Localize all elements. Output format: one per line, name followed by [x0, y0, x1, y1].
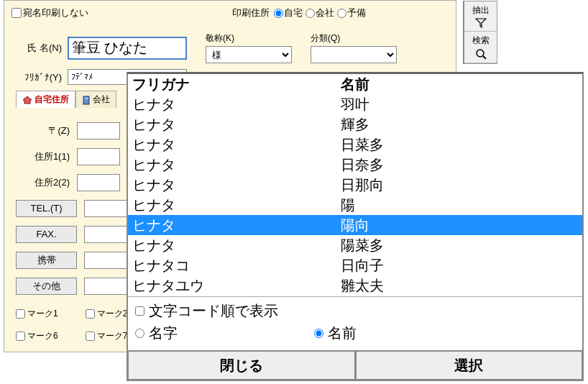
list-row[interactable]: ヒナタ輝多: [128, 114, 582, 134]
header-name: 名前: [341, 74, 578, 94]
radio-spare[interactable]: 予備: [337, 6, 366, 19]
mark1-checkbox[interactable]: マーク1: [16, 308, 58, 320]
side-toolbar: 抽出 検索: [463, 1, 497, 64]
furigana-label: ﾌﾘｶﾞﾅ(Y): [12, 72, 68, 83]
addr1-label: 住所1(1): [16, 150, 77, 163]
mark2-checkbox[interactable]: マーク2: [86, 308, 128, 320]
row-name: 陽: [341, 195, 578, 215]
row-name: 雛太夫: [341, 275, 578, 296]
list-row[interactable]: ヒナタ日奈多: [128, 155, 582, 175]
row-furigana: ヒナタコ: [132, 255, 341, 275]
list-row[interactable]: ヒナタ羽叶: [128, 94, 582, 114]
popup-options: 文字コード順で表示 名字 名前: [128, 296, 582, 350]
mark6-checkbox[interactable]: マーク6: [16, 330, 58, 342]
no-print-checkbox[interactable]: 宛名印刷しない: [12, 6, 88, 19]
row-furigana: ヒナタ: [132, 175, 341, 195]
name-selection-popup: フリガナ 名前 ヒナタ羽叶ヒナタ輝多ヒナタ日菜多ヒナタ日奈多ヒナタ日那向ヒナタ陽…: [127, 72, 584, 381]
close-button[interactable]: 閉じる: [128, 351, 356, 380]
row-furigana: ヒナタ: [132, 215, 341, 235]
radio-surname[interactable]: 名字: [135, 324, 178, 343]
list-header: フリガナ 名前: [128, 74, 582, 94]
fax-button[interactable]: FAX.: [16, 226, 77, 243]
tel-button[interactable]: TEL.(T): [16, 200, 77, 217]
addr2-input[interactable]: [77, 174, 120, 191]
house-icon: [22, 96, 32, 104]
list-row[interactable]: ヒナタ陽菜多: [128, 235, 582, 255]
row-furigana: ヒナタ: [132, 114, 341, 134]
row-name: 羽叶: [341, 94, 578, 114]
sort-by-code-checkbox[interactable]: 文字コード順で表示: [135, 301, 575, 321]
row-name: 日奈多: [341, 155, 578, 175]
list-row[interactable]: ヒナタ陽向: [128, 215, 582, 235]
postal-label: 〒(Z): [16, 124, 77, 137]
other-input[interactable]: [84, 278, 127, 295]
row-furigana: ヒナタ: [132, 134, 341, 155]
tel-input[interactable]: [84, 200, 127, 217]
print-address-label: 印刷住所: [232, 6, 270, 19]
radio-givenname[interactable]: 名前: [314, 324, 357, 343]
radio-home[interactable]: 自宅: [274, 6, 303, 19]
name-label: 氏 名(N): [12, 42, 68, 55]
tab-office-address[interactable]: 会社: [75, 91, 116, 108]
row-name: 日向子: [341, 255, 578, 275]
svg-line-1: [483, 56, 486, 59]
svg-rect-2: [83, 96, 89, 104]
addr2-label: 住所2(2): [16, 176, 77, 189]
bunrui-combo[interactable]: [311, 46, 397, 63]
row-name: 輝多: [341, 114, 578, 134]
building-icon: [82, 95, 91, 105]
list-row[interactable]: ヒナタ陽: [128, 195, 582, 215]
select-button[interactable]: 選択: [356, 351, 583, 380]
svg-rect-4: [87, 98, 88, 99]
other-button[interactable]: その他: [16, 278, 77, 295]
row-furigana: ヒナタ: [132, 155, 341, 175]
keishou-label: 敬称(K): [206, 32, 292, 45]
extract-button[interactable]: 抽出: [464, 1, 497, 32]
mark7-checkbox[interactable]: マーク7: [86, 330, 128, 342]
radio-office[interactable]: 会社: [306, 6, 334, 19]
tab-home-address[interactable]: 自宅住所: [16, 91, 75, 108]
no-print-label: 宛名印刷しない: [23, 6, 88, 19]
no-print-checkbox-input[interactable]: [12, 8, 22, 18]
keishou-combo[interactable]: 様: [206, 46, 292, 63]
row-furigana: ヒナタユウ: [132, 275, 341, 296]
name-list[interactable]: フリガナ 名前 ヒナタ羽叶ヒナタ輝多ヒナタ日菜多ヒナタ日奈多ヒナタ日那向ヒナタ陽…: [128, 74, 582, 296]
svg-rect-3: [85, 98, 86, 99]
row-name: 日菜多: [341, 134, 578, 155]
svg-point-0: [477, 50, 484, 57]
row-name: 日那向: [341, 175, 578, 195]
list-row[interactable]: ヒナタコ日向子: [128, 255, 582, 275]
list-row[interactable]: ヒナタユウ雛太夫: [128, 275, 582, 296]
header-furigana: フリガナ: [132, 74, 341, 94]
search-button[interactable]: 検索: [464, 32, 497, 63]
mobile-input[interactable]: [84, 252, 127, 269]
search-icon: [475, 48, 487, 60]
list-row[interactable]: ヒナタ日那向: [128, 175, 582, 195]
bunrui-label: 分類(Q): [311, 32, 397, 45]
filter-icon: [475, 18, 487, 28]
mobile-button[interactable]: 携帯: [16, 252, 77, 269]
list-row[interactable]: ヒナタ日菜多: [128, 134, 582, 155]
addr1-input[interactable]: [77, 148, 120, 165]
name-input[interactable]: [68, 37, 187, 60]
fax-input[interactable]: [84, 226, 127, 243]
row-furigana: ヒナタ: [132, 235, 341, 255]
row-furigana: ヒナタ: [132, 195, 341, 215]
row-name: 陽菜多: [341, 235, 578, 255]
row-furigana: ヒナタ: [132, 94, 341, 114]
row-name: 陽向: [341, 215, 578, 235]
postal-input[interactable]: [77, 122, 120, 140]
